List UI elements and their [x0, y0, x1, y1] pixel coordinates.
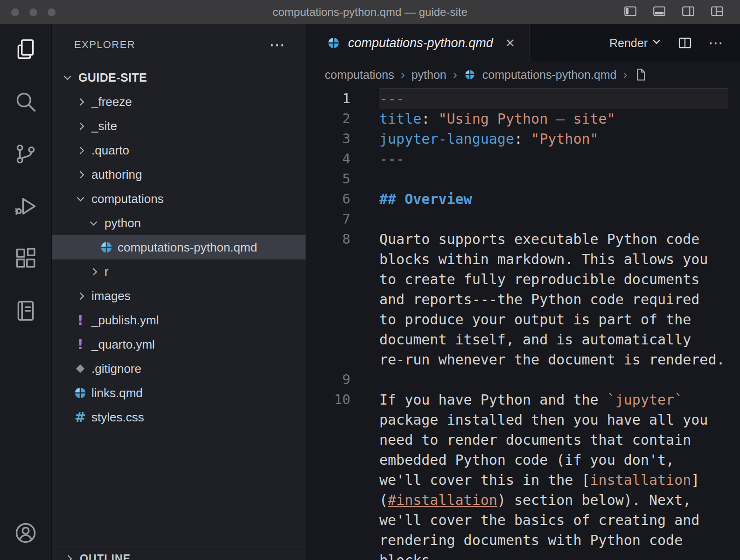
quarto-icon: [464, 69, 476, 81]
code-line[interactable]: 10If you have Python and the `jupyter`: [306, 390, 740, 410]
code-text: [379, 209, 728, 229]
minimize-window-button[interactable]: [29, 8, 37, 16]
chevron-right-icon: [77, 122, 84, 130]
code-line[interactable]: and reports---the Python code required: [306, 289, 740, 309]
tree-item-gitignore[interactable]: .gitignore: [52, 357, 306, 381]
quarto-icon: [327, 36, 341, 50]
run-debug-icon: [14, 194, 38, 220]
code-text: ---: [379, 149, 728, 169]
code-line[interactable]: 3jupyter-language: "Python": [306, 129, 740, 149]
code-line[interactable]: 2title: "Using Python — site": [306, 109, 740, 129]
code-line[interactable]: blocks.: [306, 550, 740, 560]
activity-accounts-button[interactable]: [0, 508, 51, 560]
close-tab-icon[interactable]: ✕: [505, 36, 515, 50]
editor-actions: Render ⋯: [609, 24, 740, 62]
toggle-primary-sidebar-icon[interactable]: [622, 4, 638, 20]
activity-search-button[interactable]: [0, 77, 51, 129]
code-line[interactable]: rendering documents with Python code: [306, 530, 740, 550]
tree-item-links-qmd[interactable]: links.qmd: [52, 381, 306, 405]
chevron-right-icon: [64, 555, 72, 560]
code-line[interactable]: 8Quarto supports executable Python code: [306, 229, 740, 249]
code-line[interactable]: to create fully reproducible documents: [306, 269, 740, 289]
code-line[interactable]: we'll cover the basics of creating and: [306, 510, 740, 530]
code-text: title: "Using Python — site": [379, 109, 728, 129]
activity-extensions-button[interactable]: [0, 233, 51, 286]
customize-layout-icon[interactable]: [709, 4, 725, 20]
line-number: [306, 309, 350, 329]
line-number: 9: [306, 370, 350, 390]
code-editor[interactable]: 1---2title: "Using Python — site"3jupyte…: [306, 88, 740, 560]
activity-run-and-debug-button[interactable]: [0, 181, 51, 233]
toggle-secondary-sidebar-icon[interactable]: [680, 4, 696, 20]
code-text: document itself, and is automatically: [379, 329, 728, 350]
close-window-button[interactable]: [11, 8, 19, 16]
activity-bar-top: [0, 24, 51, 338]
code-line[interactable]: need to render documents that contain: [306, 430, 740, 450]
tree-item-label: images: [91, 289, 131, 303]
tree-item-site[interactable]: _site: [52, 114, 306, 138]
tree-item-r[interactable]: r: [52, 259, 306, 284]
tab-computations-python-qmd[interactable]: computations-python.qmd ✕: [306, 24, 530, 62]
tree-item-freeze[interactable]: _freeze: [52, 90, 306, 114]
code-line[interactable]: to produce your output is part of the: [306, 309, 740, 329]
yaml-file-icon: !: [73, 314, 87, 327]
tree-item-computations[interactable]: computations: [52, 187, 306, 211]
tree-item-label: .quarto: [91, 143, 129, 158]
tree-item-label: .gitignore: [91, 362, 141, 376]
css-file-icon: #: [73, 411, 87, 424]
breadcrumb-separator: ›: [623, 68, 627, 82]
code-line[interactable]: re-run whenever the document is rendered…: [306, 350, 740, 370]
line-number: [306, 490, 350, 510]
tree-item-python[interactable]: python: [52, 211, 306, 235]
editor-more-actions-icon[interactable]: ⋯: [708, 35, 723, 50]
code-text: embedded Python code (if you don't,: [379, 450, 728, 470]
explorer-more-actions-icon[interactable]: ⋯: [269, 37, 285, 53]
breadcrumb-item[interactable]: python: [412, 68, 447, 82]
line-number: 10: [306, 390, 350, 410]
outline-section-header[interactable]: OUTLINE: [52, 546, 306, 560]
tree-item-publish-yml[interactable]: !_publish.yml: [52, 308, 306, 332]
tree-item-label: _quarto.yml: [91, 337, 155, 352]
chevron-right-icon: [77, 171, 84, 178]
editor-area: computations-python.qmd ✕ Render ⋯ compu…: [306, 24, 740, 560]
render-button[interactable]: Render: [609, 36, 662, 50]
tree-item-label: _site: [91, 119, 117, 133]
breadcrumb-item[interactable]: computations: [325, 68, 394, 82]
code-line[interactable]: 1---: [306, 89, 740, 109]
tree-item-quarto-yml[interactable]: !_quarto.yml: [52, 332, 306, 357]
tree-root-label: GUIDE-SITE: [78, 71, 147, 84]
tree-item-quarto[interactable]: .quarto: [52, 138, 306, 162]
zoom-window-button[interactable]: [48, 8, 56, 16]
code-text: to create fully reproducible documents: [379, 269, 728, 289]
tree-item-guide-site[interactable]: GUIDE-SITE: [52, 65, 306, 90]
code-line[interactable]: 5: [306, 169, 740, 189]
tree-item-authoring[interactable]: authoring: [52, 162, 306, 187]
code-line[interactable]: 4---: [306, 149, 740, 169]
code-line[interactable]: 9: [306, 370, 740, 390]
tree-item-label: computations: [91, 192, 164, 206]
chevron-down-icon: [63, 72, 71, 80]
activity-book-button[interactable]: [0, 286, 51, 338]
code-line[interactable]: we'll cover this in the [installation]: [306, 470, 740, 490]
code-line[interactable]: 6## Overview: [306, 189, 740, 209]
toggle-panel-icon[interactable]: [651, 4, 667, 20]
code-text: jupyter-language: "Python": [379, 129, 728, 149]
explorer-title: EXPLORER: [74, 39, 135, 51]
breadcrumb-item[interactable]: computations-python.qmd: [482, 68, 617, 82]
activity-explorer-button[interactable]: [0, 24, 51, 77]
code-line[interactable]: document itself, and is automatically: [306, 329, 740, 350]
search-icon: [14, 90, 38, 116]
split-editor-icon[interactable]: [677, 35, 692, 50]
activity-source-control-button[interactable]: [0, 129, 51, 181]
code-line[interactable]: (#installation) section below). Next,: [306, 490, 740, 510]
code-line[interactable]: embedded Python code (if you don't,: [306, 450, 740, 470]
tree-item-styles-css[interactable]: #styles.css: [52, 405, 306, 429]
code-line[interactable]: 7: [306, 209, 740, 229]
code-line[interactable]: blocks within markdown. This allows you: [306, 249, 740, 269]
tree-item-images[interactable]: images: [52, 284, 306, 308]
chevron-right-icon: [90, 268, 97, 275]
code-text: need to render documents that contain: [379, 430, 728, 450]
line-number: [306, 450, 350, 470]
code-line[interactable]: package installed then you have all you: [306, 410, 740, 430]
tree-item-computations-python-qmd[interactable]: computations-python.qmd: [52, 235, 306, 259]
